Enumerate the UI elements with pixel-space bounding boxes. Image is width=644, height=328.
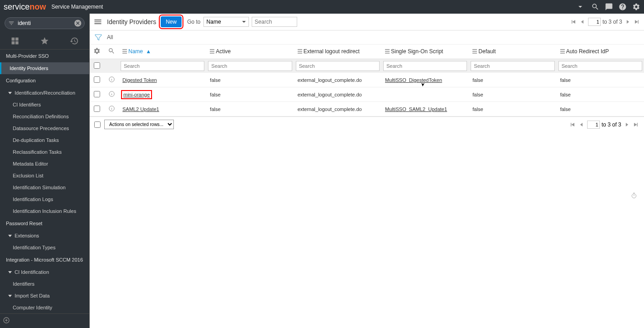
- nav-sub-item[interactable]: Reclassification Tasks: [0, 146, 89, 158]
- clear-icon[interactable]: [74, 19, 82, 27]
- new-button[interactable]: New: [161, 16, 182, 27]
- nav-sub-item[interactable]: Identification Types: [0, 242, 89, 253]
- column-header[interactable]: Active: [206, 45, 294, 59]
- logo: servicenow: [4, 2, 46, 12]
- nav-sub-item[interactable]: Exclusion List: [0, 170, 89, 182]
- nav-sub-item[interactable]: Identification Inclusion Rules: [0, 205, 89, 217]
- column-header[interactable]: Name ▲: [119, 45, 206, 59]
- column-header[interactable]: External logout redirect: [294, 45, 381, 59]
- svg-rect-13: [472, 49, 477, 50]
- prev-page-icon[interactable]: [579, 18, 586, 25]
- svg-rect-18: [560, 53, 565, 54]
- auto-cell: false: [557, 73, 644, 87]
- select-all-checkbox[interactable]: [91, 62, 102, 69]
- svg-rect-9: [298, 53, 302, 54]
- hamburger-icon[interactable]: [93, 17, 102, 26]
- auto-cell: false: [557, 102, 644, 116]
- list-title: Identity Providers: [107, 18, 156, 25]
- nav-sub-item[interactable]: De-duplication Tasks: [0, 134, 89, 146]
- next-page-icon[interactable]: [624, 18, 631, 25]
- row-checkbox[interactable]: [94, 91, 100, 97]
- info-icon[interactable]: [104, 73, 119, 87]
- favorites-tab-icon[interactable]: [40, 36, 49, 45]
- column-header[interactable]: Default: [469, 45, 556, 59]
- svg-point-22: [632, 194, 636, 198]
- external-cell: external_logout_complete.do: [294, 87, 381, 102]
- name-link[interactable]: Digested Token: [122, 77, 157, 83]
- help-icon[interactable]: [619, 3, 627, 11]
- stopwatch-icon[interactable]: [630, 192, 638, 201]
- filter-all-link[interactable]: All: [107, 34, 113, 40]
- nav-sub-item[interactable]: Metadata Editor: [0, 158, 89, 170]
- nav-group[interactable]: Import Set Data: [0, 290, 89, 302]
- nav-sub-item[interactable]: Reconciliation Definitions: [0, 111, 89, 122]
- nav-sub-item[interactable]: CI Identifiers: [0, 99, 89, 111]
- last-page-icon[interactable]: [633, 18, 640, 25]
- table-row: SAML2 Update1falseexternal_logout_comple…: [90, 102, 644, 116]
- nav-group[interactable]: Extensions: [0, 230, 89, 242]
- search-icon[interactable]: [108, 47, 115, 55]
- nav-sub-item[interactable]: Identification Simulation: [0, 182, 89, 193]
- filter-funnel-icon[interactable]: [94, 33, 102, 41]
- page-current-input[interactable]: [587, 121, 600, 129]
- add-icon[interactable]: [3, 317, 10, 324]
- nav-sub-item[interactable]: Computer Identity: [0, 302, 89, 313]
- gear-icon[interactable]: [632, 3, 640, 11]
- app-label: Service Management: [51, 4, 103, 10]
- column-search-input[interactable]: [383, 61, 467, 71]
- column-search-input[interactable]: [471, 61, 554, 71]
- svg-rect-11: [385, 51, 390, 52]
- column-search-input[interactable]: [558, 61, 642, 71]
- footer-select-all[interactable]: [94, 121, 101, 128]
- svg-rect-3: [122, 53, 127, 54]
- svg-rect-2: [122, 51, 127, 52]
- name-link[interactable]: SAML2 Update1: [122, 106, 159, 112]
- sso-link[interactable]: MultiSSO_DigestedToken: [385, 77, 442, 83]
- nav-filter-input[interactable]: [5, 17, 85, 29]
- first-page-icon[interactable]: [569, 121, 576, 128]
- nav-item[interactable]: Identity Providers: [0, 62, 89, 74]
- svg-rect-16: [560, 49, 565, 50]
- column-search-input[interactable]: [208, 61, 292, 71]
- info-icon[interactable]: [104, 102, 119, 116]
- user-menu[interactable]: [575, 6, 586, 8]
- column-search-input[interactable]: [121, 61, 204, 71]
- row-checkbox[interactable]: [94, 76, 100, 83]
- nav-tree[interactable]: Multi-Provider SSOIdentity ProvidersConf…: [0, 50, 89, 313]
- default-cell: false: [469, 102, 556, 116]
- apps-tab-icon[interactable]: [10, 36, 20, 45]
- nav-section[interactable]: Integration - Microsoft SCCM 2016: [0, 253, 89, 266]
- row-checkbox[interactable]: [94, 106, 100, 112]
- search-icon[interactable]: [591, 3, 599, 11]
- svg-rect-12: [385, 53, 390, 54]
- goto-field-select[interactable]: Name: [203, 17, 249, 27]
- column-search-input[interactable]: [296, 61, 380, 71]
- first-page-icon[interactable]: [570, 18, 577, 25]
- nav-group[interactable]: CI Identification: [0, 266, 89, 278]
- history-tab-icon[interactable]: [70, 36, 79, 45]
- nav-section[interactable]: Multi-Provider SSO: [0, 50, 89, 62]
- name-link[interactable]: mini-orange: [122, 91, 151, 98]
- nav-filter-box: [5, 17, 85, 29]
- nav-sub-item[interactable]: Identification Logs: [0, 193, 89, 205]
- actions-select[interactable]: Actions on selected rows...: [104, 120, 174, 129]
- column-header[interactable]: Auto Redirect IdP: [557, 45, 644, 59]
- goto-search-input[interactable]: [252, 17, 297, 27]
- nav-group[interactable]: Identification/Reconciliation: [0, 87, 89, 99]
- info-icon[interactable]: [104, 87, 119, 102]
- external-cell: external_logout_complete.do: [294, 102, 381, 116]
- list-header: Identity Providers New Go to Name to 3 o…: [90, 14, 644, 30]
- nav-section[interactable]: Configuration: [0, 74, 89, 87]
- last-page-icon[interactable]: [632, 121, 639, 128]
- next-page-icon[interactable]: [623, 121, 630, 128]
- nav-section[interactable]: Password Reset: [0, 217, 89, 230]
- nav-sub-item[interactable]: Datasource Precedences: [0, 122, 89, 134]
- page-current-input[interactable]: [588, 18, 601, 26]
- gear-icon[interactable]: [93, 47, 101, 55]
- column-header[interactable]: Single Sign-On Script: [381, 45, 469, 59]
- prev-page-icon[interactable]: [578, 121, 585, 128]
- nav-sub-item[interactable]: Identifiers: [0, 278, 89, 290]
- sidebar-footer: [0, 313, 89, 328]
- sso-link[interactable]: MultiSSO_SAML2_Update1: [385, 106, 447, 112]
- chat-icon[interactable]: [605, 3, 613, 11]
